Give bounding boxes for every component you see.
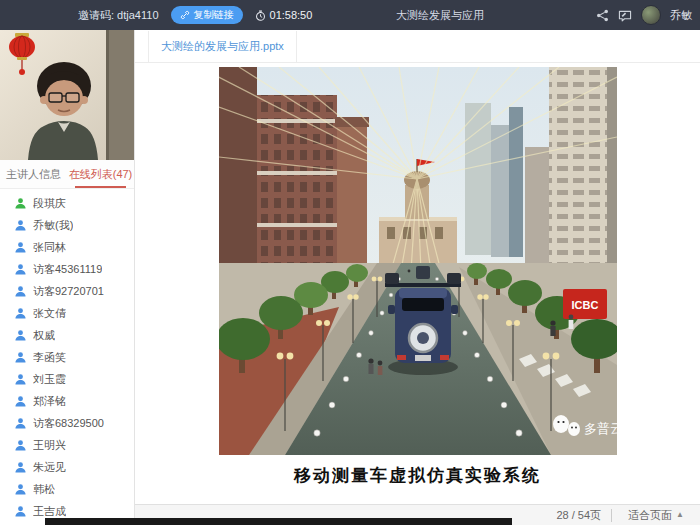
person-icon [14,439,27,452]
list-item[interactable]: 韩松 [0,478,134,500]
list-item[interactable]: 郑泽铭 [0,390,134,412]
person-icon [14,329,27,342]
attendee-name: 李函笑 [33,350,66,365]
avatar[interactable] [641,5,661,25]
slide-area: ICBC [135,63,700,504]
person-icon [14,417,27,430]
username: 乔敏 [670,8,692,23]
session-timer: 01:58:50 [255,9,313,21]
attendee-name: 访客68329500 [33,416,104,431]
webinar-app: 邀请码: dtja4110 复制链接 01:58:50 大测绘发展与应用 [0,0,700,525]
person-icon [14,219,27,232]
presenter-video[interactable] [0,30,134,160]
attendee-name: 刘玉霞 [33,372,66,387]
list-item[interactable]: 段琪庆 [0,192,134,214]
list-item[interactable]: 王明兴 [0,434,134,456]
attendee-name: 张文倩 [33,306,66,321]
watermark-logo-icon [553,415,569,433]
divider [611,509,612,522]
attendee-name: 朱远见 [33,460,66,475]
person-icon [14,241,27,254]
sidebar: 主讲人信息 在线列表(47) 段琪庆 乔敏(我) 张同林 访客45361119 [0,30,135,525]
person-icon [14,461,27,474]
document-tabbar: 大测绘的发展与应用.pptx [135,30,700,63]
clock-icon [255,10,266,21]
chat-icon[interactable] [618,9,632,22]
tab-document[interactable]: 大测绘的发展与应用.pptx [148,31,297,62]
person-icon [14,505,27,518]
list-item[interactable]: 张同林 [0,236,134,258]
main-panel: 大测绘的发展与应用.pptx [135,30,700,525]
slide-caption: 移动测量车虚拟仿真实验系统 [294,464,541,487]
attendee-name: 段琪庆 [33,196,66,211]
city-street-scene: ICBC [219,67,617,455]
taskbar-edge [45,518,512,525]
list-item[interactable]: 访客68329500 [0,412,134,434]
attendee-list[interactable]: 段琪庆 乔敏(我) 张同林 访客45361119 访客92720701 [0,189,134,525]
link-icon [180,10,190,20]
attendee-name: 韩松 [33,482,55,497]
timer-value: 01:58:50 [270,9,313,21]
copy-link-button[interactable]: 复制链接 [171,6,243,24]
attendee-name: 乔敏(我) [33,218,73,233]
list-item[interactable]: 朱远见 [0,456,134,478]
attendee-name: 访客45361119 [33,262,102,277]
fit-page-button[interactable]: 适合页面 ▲ [622,507,690,524]
attendee-name: 王明兴 [33,438,66,453]
list-item[interactable]: 李函笑 [0,346,134,368]
topbar-right: 乔敏 [596,5,700,25]
topbar-left: 邀请码: dtja4110 复制链接 01:58:50 [78,6,312,24]
attendee-name: 访客92720701 [33,284,104,299]
roof-camera [416,266,430,279]
list-item[interactable]: 访客92720701 [0,280,134,302]
page-indicator: 28 / 54页 [556,508,601,523]
attendee-name: 张同林 [33,240,66,255]
roof-sensor-right [447,273,461,284]
list-item[interactable]: 张文倩 [0,302,134,324]
person-icon [14,263,27,276]
person-icon [14,373,27,386]
presenter-video-frame [0,30,134,160]
person-icon [14,395,27,408]
door-frame [108,30,134,160]
person-icon [14,483,27,496]
session-title: 大测绘发展与应用 [396,8,484,23]
attendee-name: 权威 [33,328,55,343]
fit-page-label: 适合页面 [628,508,672,523]
attendee-name: 王吉成 [33,504,66,519]
attendee-name: 郑泽铭 [33,394,66,409]
topbar: 邀请码: dtja4110 复制链接 01:58:50 大测绘发展与应用 [0,0,700,30]
list-item[interactable]: 访客45361119 [0,258,134,280]
icbc-sign-text: ICBC [571,299,598,311]
copy-link-label: 复制链接 [194,8,234,22]
person-icon [14,351,27,364]
invite-code-label: 邀请码: dtja4110 [78,8,159,23]
person-icon [14,307,27,320]
sidebar-tabs: 主讲人信息 在线列表(47) [0,160,134,189]
share-icon[interactable] [596,9,609,22]
tab-presenter-info[interactable]: 主讲人信息 [0,160,67,188]
caret-up-icon: ▲ [676,511,684,519]
body-row: 主讲人信息 在线列表(47) 段琪庆 乔敏(我) 张同林 访客45361119 [0,30,700,525]
tab-online-list[interactable]: 在线列表(47) [67,160,134,188]
watermark-text: 多普云 [584,421,617,436]
list-item[interactable]: 刘玉霞 [0,368,134,390]
slide-image: ICBC [219,67,617,455]
roof-sensor-left [385,273,399,284]
person-icon [14,197,27,210]
list-item[interactable]: 权威 [0,324,134,346]
list-item[interactable]: 乔敏(我) [0,214,134,236]
person-icon [14,285,27,298]
icbc-sign: ICBC [563,289,607,319]
